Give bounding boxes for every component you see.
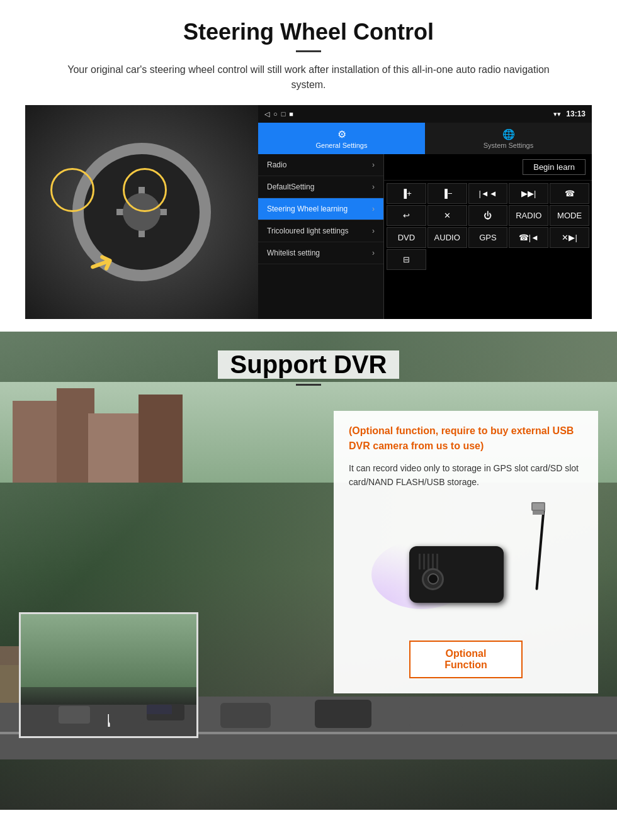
menu-item-radio[interactable]: Radio › bbox=[258, 154, 383, 176]
chevron-right-icon: › bbox=[372, 227, 375, 235]
chevron-right-icon: › bbox=[372, 204, 375, 213]
menu-default-label: DefaultSetting bbox=[267, 182, 314, 191]
menu-radio-label: Radio bbox=[267, 160, 286, 169]
vol-down-btn[interactable]: ▐− bbox=[427, 183, 467, 204]
android-tabs: ⚙ General Settings 🌐 System Settings bbox=[258, 123, 592, 154]
title-divider bbox=[296, 50, 321, 52]
optional-function-button[interactable]: Optional Function bbox=[409, 641, 523, 678]
vol-up-btn[interactable]: ▐+ bbox=[387, 183, 426, 204]
dvr-info-panel: (Optional function, require to buy exter… bbox=[334, 411, 598, 693]
dvr-section: Support DVR (Optional function, bbox=[0, 332, 617, 810]
ctrl-grid: ▐+ ▐− |◄◄ ▶▶| ☎ ↩ ✕ ⏻ RADIO MODE DVD AUD… bbox=[384, 181, 592, 272]
signal-icon: ▾▾ bbox=[553, 110, 561, 118]
steering-wheel-bg: ➜ bbox=[25, 105, 258, 319]
tab-general-label: General Settings bbox=[316, 142, 368, 149]
chevron-right-icon: › bbox=[372, 160, 375, 169]
dvr-body: (Optional function, require to buy exter… bbox=[0, 392, 617, 757]
dvr-title: Support DVR bbox=[218, 350, 400, 379]
dvd-btn[interactable]: DVD bbox=[387, 227, 426, 248]
highlight-circle-left bbox=[50, 168, 94, 212]
radio-btn[interactable]: RADIO bbox=[509, 205, 548, 226]
steering-wheel-image: ➜ bbox=[25, 105, 258, 319]
menu-tricolour-label: Tricoloured light settings bbox=[267, 227, 349, 235]
menu-steering-label: Steering Wheel learning bbox=[267, 204, 348, 213]
dvr-left-area bbox=[19, 411, 334, 738]
highlight-circle-right bbox=[123, 168, 167, 212]
menu-item-defaultsetting[interactable]: DefaultSetting › bbox=[258, 176, 383, 198]
dvr-camera-illustration bbox=[349, 502, 583, 628]
dvr-divider bbox=[296, 384, 321, 386]
steering-section: Steering Wheel Control Your original car… bbox=[0, 0, 617, 332]
call-btn[interactable]: ☎ bbox=[550, 183, 589, 204]
next-track-btn[interactable]: ▶▶| bbox=[509, 183, 548, 204]
android-statusbar: ◁ ○ □ ■ ▾▾ 13:13 bbox=[258, 105, 592, 123]
menu-left-panel: Radio › DefaultSetting › Steering Wheel … bbox=[258, 154, 384, 319]
media-btn[interactable]: ⊟ bbox=[387, 249, 426, 270]
dvr-footage-thumbnail bbox=[19, 612, 198, 738]
mode-btn[interactable]: MODE bbox=[550, 205, 589, 226]
tab-general-settings[interactable]: ⚙ General Settings bbox=[258, 123, 425, 154]
gear-icon: ⚙ bbox=[337, 128, 346, 140]
power-btn[interactable]: ⏻ bbox=[468, 205, 508, 226]
page-title: Steering Wheel Control bbox=[25, 19, 592, 45]
dvr-description: It can record video only to storage in G… bbox=[349, 461, 583, 490]
tab-system-settings[interactable]: 🌐 System Settings bbox=[425, 123, 592, 154]
mute-btn[interactable]: ✕ bbox=[427, 205, 467, 226]
menu-right-panel: Begin learn ▐+ ▐− |◄◄ ▶▶| ☎ ↩ ✕ ⏻ RADIO … bbox=[384, 154, 592, 319]
prev-track-btn[interactable]: |◄◄ bbox=[468, 183, 508, 204]
recents-icon: □ bbox=[281, 110, 286, 118]
audio-btn[interactable]: AUDIO bbox=[427, 227, 467, 248]
chevron-right-icon: › bbox=[372, 249, 375, 257]
statusbar-nav-icons: ◁ ○ □ ■ bbox=[264, 110, 293, 118]
dvr-optional-notice: (Optional function, require to buy exter… bbox=[349, 423, 583, 454]
home-icon: ○ bbox=[273, 110, 278, 118]
system-icon: 🌐 bbox=[502, 128, 515, 140]
android-panel: ◁ ○ □ ■ ▾▾ 13:13 ⚙ General Settings 🌐 bbox=[258, 105, 592, 319]
begin-learn-button[interactable]: Begin learn bbox=[523, 159, 586, 175]
menu-item-whitelist[interactable]: Whitelist setting › bbox=[258, 242, 383, 264]
menu-item-tricolour[interactable]: Tricoloured light settings › bbox=[258, 220, 383, 242]
back-icon: ◁ bbox=[264, 110, 269, 118]
menu-whitelist-label: Whitelist setting bbox=[267, 249, 320, 257]
dvr-title-area: Support DVR bbox=[0, 332, 617, 392]
begin-learn-row: Begin learn bbox=[384, 154, 592, 181]
menu-icon: ■ bbox=[289, 110, 293, 118]
chevron-right-icon: › bbox=[372, 182, 375, 191]
steering-subtitle: Your original car's steering wheel contr… bbox=[50, 62, 567, 92]
back-call-btn[interactable]: ↩ bbox=[387, 205, 426, 226]
clock: 13:13 bbox=[566, 109, 586, 118]
android-menu: Radio › DefaultSetting › Steering Wheel … bbox=[258, 154, 592, 319]
menu-item-steering-wheel[interactable]: Steering Wheel learning › bbox=[258, 198, 383, 220]
call-prev-btn[interactable]: ☎|◄ bbox=[509, 227, 548, 248]
gps-btn[interactable]: GPS bbox=[468, 227, 508, 248]
mute-next-btn[interactable]: ✕▶| bbox=[550, 227, 589, 248]
steering-content-area: ➜ ◁ ○ □ ■ ▾▾ 13:13 ⚙ bbox=[25, 105, 592, 319]
tab-system-label: System Settings bbox=[484, 142, 533, 149]
thumbnail-bg bbox=[21, 614, 196, 736]
